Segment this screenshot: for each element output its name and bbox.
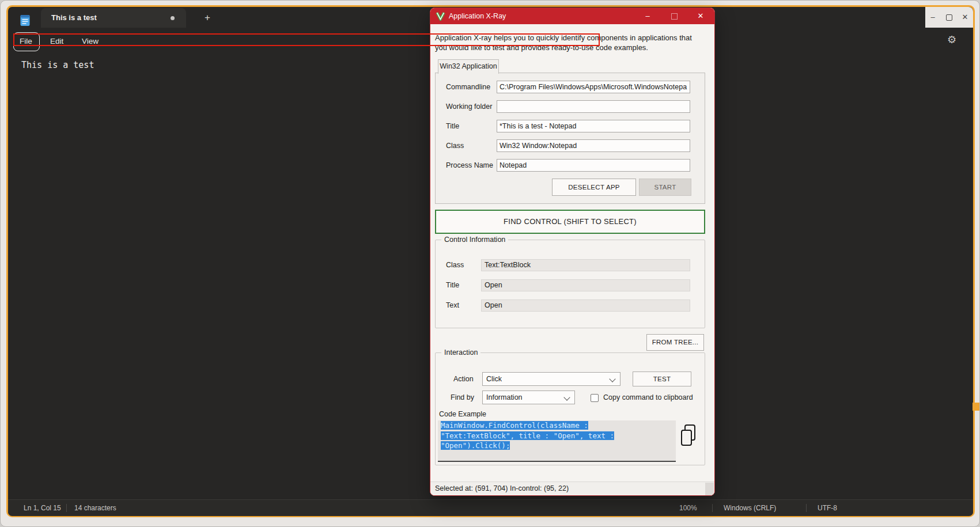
unsaved-dot-icon (171, 16, 175, 20)
dialog-title: Application X-Ray (449, 8, 506, 24)
minimize-icon: – (930, 13, 934, 21)
minimize-icon: – (645, 12, 649, 20)
dialog-maximize-button[interactable] (665, 8, 683, 24)
selection-coordinates: Selected at: (591, 704) In-control: (95,… (435, 482, 569, 495)
screen: This is a test + – ✕ File Edit View ⚙ Th… (0, 0, 980, 527)
control-information-title: Control Information (441, 236, 508, 244)
tab-title: This is a test (51, 8, 97, 28)
ctrl-text-label: Text (446, 299, 459, 312)
code-line: MainWindow.FindControl(className : (438, 420, 676, 431)
action-dropdown[interactable]: Click (482, 372, 620, 386)
working-folder-input[interactable] (497, 100, 690, 113)
class-input[interactable]: Win32 Window:Notepad (497, 139, 690, 152)
copy-command-checkbox-label: Copy command to clipboard (603, 393, 693, 401)
ctrl-title-label: Title (446, 279, 459, 291)
highlight-edge-marker (973, 403, 980, 411)
ctrl-class-value: Text:TextBlock (481, 259, 690, 271)
dialog-minimize-button[interactable]: – (639, 8, 656, 24)
notepad-tab[interactable]: This is a test (41, 8, 186, 28)
find-by-label: Find by (451, 391, 474, 404)
status-char-count: 14 characters (74, 500, 116, 516)
tab-win32-application[interactable]: Win32 Application (438, 59, 499, 74)
dialog-titlebar: Application X-Ray – ✕ (430, 8, 714, 24)
xray-logo-icon (436, 12, 445, 23)
resize-grip (705, 483, 714, 495)
title-input[interactable]: *This is a test - Notepad (497, 120, 690, 132)
from-tree-button[interactable]: FROM TREE... (646, 334, 704, 351)
control-highlight-rectangle (13, 33, 600, 46)
notepad-app-icon (20, 14, 31, 29)
close-icon: ✕ (698, 12, 704, 20)
code-line: "Text:TextBlock", title : "Open", text : (438, 431, 676, 441)
ctrl-title-value: Open (481, 279, 690, 291)
ctrl-class-label: Class (446, 259, 464, 271)
status-divider (66, 504, 67, 512)
chevron-down-icon (563, 394, 570, 400)
commandline-label: Commandline (446, 81, 490, 93)
test-button[interactable]: TEST (633, 371, 691, 386)
action-label: Action (453, 373, 474, 385)
dialog-close-button[interactable]: ✕ (692, 8, 709, 24)
code-line: "Open").Click(); (438, 441, 676, 451)
class-label: Class (446, 139, 464, 152)
status-line-ending[interactable]: Windows (CRLF) (724, 500, 776, 516)
status-divider (806, 504, 807, 512)
close-icon: ✕ (962, 13, 968, 21)
status-cursor-position: Ln 1, Col 15 (24, 500, 61, 516)
minimize-button[interactable]: – (925, 7, 940, 28)
status-encoding[interactable]: UTF-8 (818, 500, 837, 516)
notepad-window-controls: – ✕ (925, 7, 973, 28)
working-folder-label: Working folder (446, 100, 492, 113)
new-tab-button[interactable]: + (200, 10, 215, 25)
maximize-icon (946, 14, 952, 21)
close-button[interactable]: ✕ (958, 7, 973, 28)
find-by-dropdown[interactable]: Information (482, 390, 575, 404)
status-zoom[interactable]: 100% (679, 500, 697, 516)
notepad-statusbar: Ln 1, Col 15 14 characters 100% Windows … (8, 499, 973, 516)
process-name-input[interactable]: Notepad (497, 159, 690, 172)
action-value: Click (486, 375, 502, 383)
title-label: Title (446, 120, 459, 132)
find-by-value: Information (486, 393, 523, 401)
settings-gear-icon[interactable]: ⚙ (947, 33, 956, 46)
editor-text[interactable]: This is a test (21, 60, 94, 70)
dialog-statusbar: Selected at: (591, 704) In-control: (95,… (430, 481, 714, 495)
interaction-title: Interaction (441, 348, 480, 357)
process-name-label: Process Name (446, 159, 493, 172)
start-button[interactable]: START (639, 179, 691, 196)
find-control-button[interactable]: FIND CONTROL (SHIFT TO SELECT) (435, 210, 705, 234)
commandline-input[interactable]: C:\Program Files\WindowsApps\Microsoft.W… (497, 81, 690, 93)
code-example-textarea[interactable]: MainWindow.FindControl(className : "Text… (438, 420, 676, 462)
ctrl-text-value: Open (481, 299, 690, 312)
copy-to-clipboard-icon[interactable] (680, 424, 697, 449)
maximize-button[interactable] (941, 7, 956, 28)
deselect-app-button[interactable]: DESELECT APP (552, 179, 636, 196)
copy-command-checkbox[interactable] (591, 394, 599, 402)
status-divider (712, 504, 713, 512)
plus-icon: + (205, 12, 210, 23)
chevron-down-icon (609, 376, 615, 382)
maximize-icon (671, 13, 678, 20)
code-example-label: Code Example (439, 410, 486, 418)
xray-dialog: Application X-Ray – ✕ Application X-ray … (430, 7, 715, 496)
